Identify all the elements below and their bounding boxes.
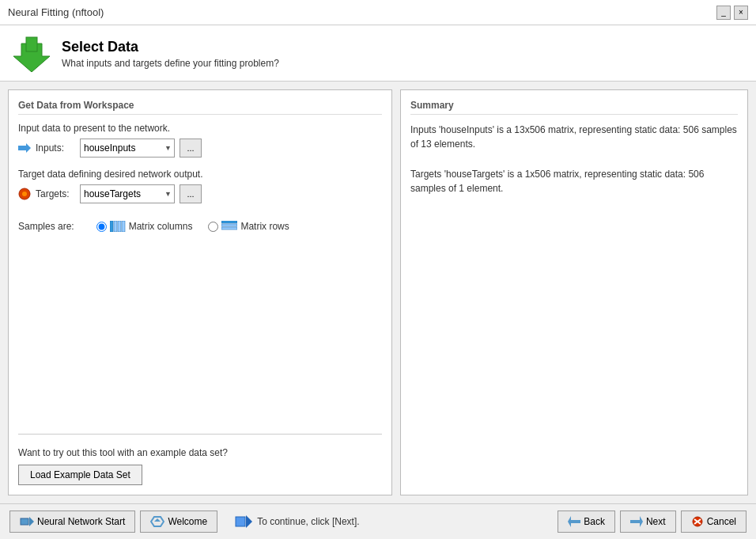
samples-row: Samples are: Matrix columns — [18, 221, 382, 232]
inputs-description: Input data to present to the network. — [18, 123, 382, 134]
divider — [18, 434, 382, 435]
next-label: Next — [646, 516, 666, 527]
inputs-summary: Inputs 'houseInputs' is a 13x506 matrix,… — [410, 123, 738, 151]
inputs-icon — [18, 142, 31, 154]
main-nav-buttons: Back Next Cancel — [558, 511, 747, 533]
matrix-columns-icon — [110, 221, 126, 232]
example-section: Want to try out this tool with an exampl… — [18, 441, 382, 485]
cancel-button[interactable]: Cancel — [681, 511, 747, 533]
title-bar-text: Neural Fitting (nftool) — [8, 6, 710, 18]
svg-rect-1 — [26, 37, 37, 51]
inputs-dropdown-wrapper: houseInputs — [80, 139, 175, 158]
left-panel: Get Data from Workspace Input data to pr… — [8, 89, 392, 495]
svg-rect-10 — [221, 221, 237, 223]
minimize-button[interactable]: _ — [716, 6, 731, 20]
targets-group: Target data defining desired network out… — [18, 169, 382, 203]
nn-start-button[interactable]: Neural Network Start — [9, 511, 135, 533]
next-icon — [630, 516, 643, 527]
header-icon — [13, 35, 51, 73]
matrix-rows-radio[interactable] — [208, 222, 218, 232]
header-section: Select Data What inputs and targets defi… — [0, 25, 756, 82]
svg-marker-3 — [26, 143, 31, 153]
cancel-icon — [691, 516, 704, 527]
back-button[interactable]: Back — [558, 511, 615, 533]
matrix-columns-label: Matrix columns — [129, 221, 193, 232]
svg-rect-9 — [122, 221, 125, 232]
next-button[interactable]: Next — [620, 511, 676, 533]
svg-rect-2 — [18, 146, 26, 150]
bottom-nav-buttons: Neural Network Start Welcome — [9, 511, 217, 533]
svg-rect-21 — [630, 520, 640, 523]
svg-rect-7 — [114, 221, 117, 232]
svg-rect-11 — [221, 224, 237, 226]
right-panel-title: Summary — [410, 100, 738, 115]
svg-marker-16 — [154, 518, 161, 522]
inputs-row: Inputs: houseInputs ... — [18, 139, 382, 158]
bottom-left: Neural Network Start Welcome To continue… — [9, 511, 360, 533]
inputs-browse-button[interactable]: ... — [180, 139, 202, 158]
left-panel-title: Get Data from Workspace — [18, 100, 382, 115]
matrix-columns-radio[interactable] — [96, 222, 107, 232]
targets-description: Target data defining desired network out… — [18, 169, 382, 180]
svg-rect-13 — [21, 518, 28, 525]
svg-point-5 — [22, 192, 27, 196]
targets-browse-button[interactable]: ... — [180, 184, 202, 203]
inputs-dropdown[interactable]: houseInputs — [80, 139, 175, 158]
targets-field-label: Targets: — [36, 188, 75, 199]
bottom-bar: Neural Network Start Welcome To continue… — [0, 503, 756, 539]
welcome-label: Welcome — [168, 516, 207, 527]
svg-marker-14 — [29, 517, 34, 526]
svg-rect-6 — [110, 221, 113, 232]
svg-marker-20 — [568, 516, 571, 527]
close-button[interactable]: × — [734, 6, 748, 20]
nn-start-icon — [20, 514, 34, 529]
matrix-rows-option[interactable]: Matrix rows — [208, 221, 289, 232]
svg-marker-18 — [246, 515, 252, 528]
matrix-rows-label: Matrix rows — [240, 221, 289, 232]
back-label: Back — [584, 516, 605, 527]
nn-start-label: Neural Network Start — [37, 516, 125, 527]
hint-icon — [235, 513, 252, 530]
targets-dropdown[interactable]: houseTargets — [80, 184, 175, 203]
targets-icon — [18, 188, 31, 200]
load-example-button[interactable]: Load Example Data Set — [18, 465, 142, 485]
inputs-arrow-icon — [18, 142, 31, 154]
example-text: Want to try out this tool with an exampl… — [18, 447, 382, 458]
header-text: Select Data What inputs and targets defi… — [62, 39, 279, 69]
title-bar-controls: _ × — [716, 6, 748, 20]
page-subtitle: What inputs and targets define your fitt… — [62, 58, 279, 69]
matrix-columns-option[interactable]: Matrix columns — [96, 221, 193, 232]
svg-rect-17 — [236, 517, 245, 526]
right-panel: Summary Inputs 'houseInputs' is a 13x506… — [400, 89, 748, 495]
download-icon — [13, 36, 50, 72]
hint-text: To continue, click [Next]. — [257, 516, 359, 527]
content-area: Get Data from Workspace Input data to pr… — [0, 82, 756, 503]
cancel-label: Cancel — [707, 516, 736, 527]
targets-dropdown-wrapper: houseTargets — [80, 184, 175, 203]
svg-rect-8 — [118, 221, 121, 232]
bottom-hint: To continue, click [Next]. — [235, 513, 359, 530]
matrix-rows-icon — [221, 221, 237, 232]
targets-summary: Targets 'houseTargets' is a 1x506 matrix… — [410, 167, 738, 195]
inputs-group: Input data to present to the network. In… — [18, 123, 382, 158]
targets-row: Targets: houseTargets ... — [18, 184, 382, 203]
welcome-button[interactable]: Welcome — [140, 511, 217, 533]
samples-are-label: Samples are: — [18, 221, 74, 232]
page-title: Select Data — [62, 39, 279, 55]
main-container: Select Data What inputs and targets defi… — [0, 25, 756, 539]
targets-circle-icon — [18, 188, 31, 200]
title-bar: Neural Fitting (nftool) _ × — [0, 0, 756, 25]
svg-marker-22 — [640, 516, 643, 527]
svg-rect-19 — [571, 520, 580, 523]
inputs-field-label: Inputs: — [36, 142, 75, 154]
welcome-icon — [150, 514, 164, 529]
svg-rect-12 — [221, 227, 237, 230]
back-icon — [568, 516, 580, 527]
